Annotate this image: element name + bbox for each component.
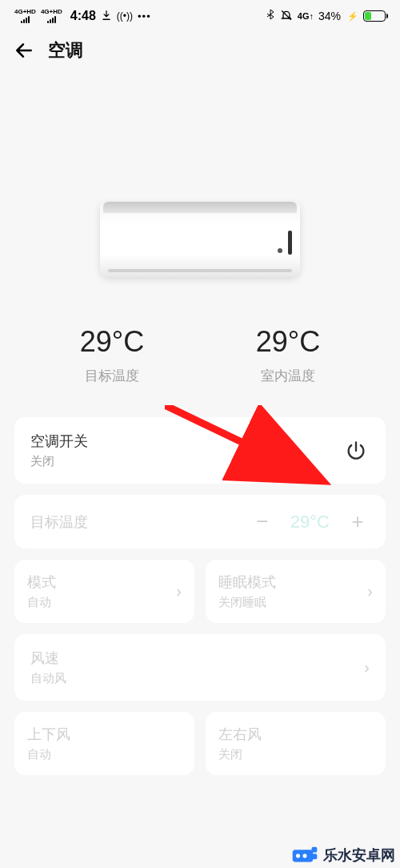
watermark: 乐水安卓网	[291, 846, 395, 865]
svg-point-2	[296, 854, 300, 858]
battery-pct: 34%	[318, 10, 341, 22]
battery-icon	[363, 10, 386, 22]
leftright-wind-card[interactable]: 左右风 关闭	[206, 712, 386, 775]
target-temp-label: 目标温度	[80, 367, 144, 385]
svg-rect-4	[312, 847, 318, 853]
temp-minus-button[interactable]: −	[250, 509, 274, 534]
updown-wind-card[interactable]: 上下风 自动	[14, 712, 194, 775]
mode-card[interactable]: 模式 自动 ›	[14, 560, 194, 623]
fan-label: 风速	[30, 649, 66, 668]
header: 空调	[0, 32, 400, 66]
power-card[interactable]: 空调开关 关闭	[14, 417, 386, 484]
svg-point-3	[302, 854, 306, 858]
watermark-text: 乐水安卓网	[323, 846, 395, 865]
bluetooth-icon	[266, 9, 275, 24]
more-icon: •••	[138, 10, 151, 22]
power-status: 关闭	[30, 454, 88, 469]
target-temp-value: 29°C	[80, 325, 144, 359]
controls: 空调开关 关闭 目标温度 − 29°C + 模式 自动 › 睡眠模式 关闭睡眠	[0, 417, 400, 775]
fan-card[interactable]: 风速 自动风 ›	[14, 634, 386, 701]
chevron-right-icon: ›	[367, 582, 373, 601]
chevron-right-icon: ›	[364, 658, 370, 677]
fan-sub: 自动风	[30, 671, 66, 686]
room-temp-block: 29°C 室内温度	[256, 325, 320, 385]
sleep-card[interactable]: 睡眠模式 关闭睡眠 ›	[206, 560, 386, 623]
power-button[interactable]	[342, 437, 370, 464]
status-right: 4G↑ 34% ⚡	[266, 9, 386, 24]
temp-plus-button[interactable]: +	[346, 509, 370, 534]
updown-sub: 自动	[27, 747, 70, 762]
mode-label: 模式	[27, 573, 56, 592]
leftright-sub: 关闭	[218, 747, 262, 762]
sleep-label: 睡眠模式	[218, 573, 276, 592]
signal-1-label: 4G+HD	[14, 9, 36, 15]
target-temp-block: 29°C 目标温度	[80, 325, 144, 385]
watermark-logo-icon	[291, 846, 318, 865]
dnd-icon	[280, 9, 293, 24]
signal-1: 4G+HD	[14, 9, 36, 23]
target-temp-card-label: 目标温度	[30, 512, 88, 532]
updown-label: 上下风	[27, 725, 70, 744]
signal-2: 4G+HD	[41, 9, 62, 23]
download-icon	[101, 10, 112, 23]
status-bar: 4G+HD 4G+HD 4:48 ((•)) ••• 4G↑ 34% ⚡	[0, 0, 400, 32]
svg-rect-5	[312, 854, 318, 859]
power-icon	[345, 440, 367, 462]
target-temp-card[interactable]: 目标温度 − 29°C +	[14, 495, 386, 549]
chevron-right-icon: ›	[176, 582, 182, 601]
ac-illustration	[0, 66, 400, 325]
power-label: 空调开关	[30, 432, 88, 451]
charging-icon: ⚡	[347, 11, 358, 22]
page-title: 空调	[48, 38, 83, 62]
room-temp-value: 29°C	[256, 325, 320, 359]
signal-2-label: 4G+HD	[41, 9, 62, 15]
sleep-sub: 关闭睡眠	[218, 595, 276, 610]
mode-sub: 自动	[27, 595, 56, 610]
target-temp-card-value: 29°C	[290, 512, 330, 532]
status-time: 4:48	[70, 9, 96, 23]
leftright-label: 左右风	[218, 725, 262, 744]
status-left: 4G+HD 4G+HD 4:48 ((•)) •••	[14, 9, 151, 23]
temperature-row: 29°C 目标温度 29°C 室内温度	[0, 325, 400, 417]
back-button[interactable]	[13, 39, 35, 62]
network-label: 4G↑	[298, 11, 314, 21]
hotspot-icon: ((•))	[117, 10, 133, 22]
room-temp-label: 室内温度	[256, 367, 320, 385]
